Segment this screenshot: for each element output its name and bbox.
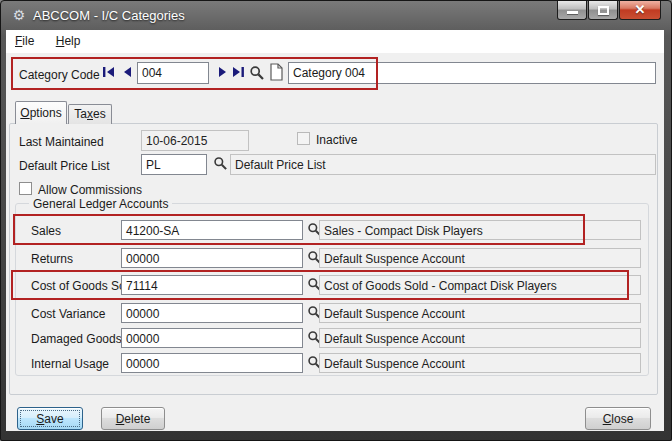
- gl-account-input[interactable]: 00000: [121, 248, 303, 268]
- default-price-list-input[interactable]: PL: [141, 154, 207, 175]
- gl-account-description: Sales - Compact Disk Players: [319, 220, 641, 240]
- tab-taxes[interactable]: Taxes: [68, 104, 112, 124]
- go-last-icon[interactable]: [230, 64, 246, 82]
- last-maintained-field: 10-06-2015: [141, 130, 249, 151]
- menu-help[interactable]: Help: [47, 30, 90, 54]
- inactive-label: Inactive: [316, 133, 357, 147]
- gl-account-description: Default Suspence Account: [319, 303, 641, 323]
- gl-row-label: Cost Variance: [31, 307, 105, 321]
- focus-ring: [20, 410, 80, 427]
- category-code-input[interactable]: 004: [137, 62, 209, 84]
- minimize-icon: [567, 11, 578, 14]
- new-record-icon[interactable]: [269, 63, 284, 84]
- delete-button[interactable]: Delete: [101, 407, 165, 430]
- gl-account-description: Default Suspence Account: [319, 353, 641, 373]
- close-icon: ✕: [620, 2, 660, 17]
- title-bar[interactable]: ⚙ ABCCOM - I/C Categories ✕: [1, 1, 671, 30]
- gl-account-description: Default Suspence Account: [319, 248, 641, 268]
- gl-row-label: Internal Usage: [31, 357, 109, 371]
- last-maintained-label: Last Maintained: [19, 135, 104, 149]
- close-button[interactable]: Close: [585, 407, 651, 430]
- gl-account-input[interactable]: 00000: [121, 353, 303, 373]
- default-price-list-label: Default Price List: [19, 159, 110, 173]
- window-title: ABCCOM - I/C Categories: [33, 8, 185, 23]
- gl-row-label: Returns: [31, 252, 73, 266]
- maximize-icon: [598, 6, 609, 15]
- gl-accounts-group-label: General Ledger Accounts: [29, 197, 172, 211]
- allow-commissions-label: Allow Commissions: [38, 183, 142, 197]
- gl-account-input[interactable]: 41200-SA: [121, 220, 303, 240]
- finder-icon[interactable]: [249, 65, 265, 84]
- tab-options[interactable]: Options: [15, 101, 67, 124]
- gl-row-label: Damaged Goods: [31, 332, 122, 346]
- gl-account-description: Cost of Goods Sold - Compact Disk Player…: [319, 275, 641, 295]
- default-price-list-description: Default Price List: [230, 154, 656, 175]
- gl-account-input[interactable]: 00000: [121, 328, 303, 348]
- category-description-field[interactable]: Category 004: [288, 62, 656, 84]
- close-window-button[interactable]: ✕: [619, 1, 661, 20]
- minimize-button[interactable]: [557, 1, 587, 20]
- gl-account-description: Default Suspence Account: [319, 328, 641, 348]
- maximize-button[interactable]: [588, 1, 618, 20]
- go-next-icon[interactable]: [215, 64, 231, 82]
- allow-commissions-checkbox[interactable]: [19, 182, 32, 195]
- gl-account-input[interactable]: 00000: [121, 303, 303, 323]
- gl-row-label: Sales: [31, 224, 61, 238]
- menu-bar: File Help: [6, 30, 664, 54]
- menu-file[interactable]: File: [6, 30, 43, 54]
- application-window: ⚙ ABCCOM - I/C Categories ✕ File Help Ca…: [0, 0, 672, 441]
- gl-account-input[interactable]: 71114: [121, 275, 303, 295]
- category-code-label: Category Code: [19, 68, 100, 82]
- inactive-checkbox[interactable]: [297, 132, 310, 145]
- save-button[interactable]: Save: [17, 407, 83, 430]
- price-list-finder-icon[interactable]: [213, 156, 228, 174]
- go-first-icon[interactable]: [101, 64, 117, 82]
- go-previous-icon[interactable]: [119, 64, 135, 82]
- gear-icon: ⚙: [11, 7, 27, 23]
- gl-row-label: Cost of Goods Sold: [31, 279, 135, 293]
